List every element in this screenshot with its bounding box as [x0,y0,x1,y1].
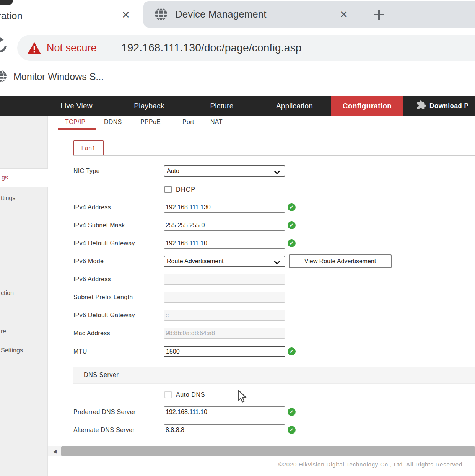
valid-check-icon: ✓ [288,221,296,229]
chevron-down-icon [274,259,280,266]
bookmark-globe-icon [0,69,8,85]
subtab-tcpip[interactable]: TCP/IP [65,119,85,126]
ipv4-gateway-label: IPv4 Default Gateway [73,238,162,249]
auto-dns-label: Auto DNS [176,391,205,398]
scrollbar-thumb[interactable] [61,446,475,456]
ipv6-gateway-label: IPv6 Default Gateway [73,310,162,321]
subnet-prefix-input [164,292,285,303]
nav-spacer [0,96,40,116]
view-route-advertisement-button[interactable]: View Route Advertisement [289,254,392,268]
ipv6-mode-value: Route Advertisement [167,256,224,266]
ipv6-mode-select[interactable]: Route Advertisement [164,256,285,267]
not-secure-label[interactable]: Not secure [47,35,97,61]
sidebar-item[interactable]: re [1,324,6,339]
horizontal-scrollbar[interactable]: ◀ [48,446,475,456]
globe-icon [154,7,168,23]
lan-divider-line [73,155,475,156]
browser-toolbar: Not secure 192.168.111.130/doc/page/conf… [0,28,475,63]
sidebar-item[interactable]: ction [1,286,14,300]
window-corner [0,0,13,5]
nav-tab-configuration[interactable]: Configuration [331,96,403,116]
screen: ration ✕ Device Management ✕ [0,0,475,476]
ipv6-address-label: IPv6 Address [73,274,162,285]
sidebar-item-active[interactable]: gs [0,168,48,187]
subnet-prefix-label: Subnet Prefix Length [73,292,162,303]
ipv4-address-label: IPv4 Address [73,202,162,213]
ipv4-subnet-label: IPv4 Subnet Mask [73,220,162,231]
subtab-port[interactable]: Port [182,119,194,126]
tab-divider [360,7,360,23]
ipv6-mode-label: IPv6 Mode [73,256,162,267]
url-text[interactable]: 192.168.111.130/doc/page/config.asp [121,35,301,61]
download-plugin-label: Download P [429,102,468,110]
nic-type-value: Auto [167,166,179,176]
browser-tab-strip: ration ✕ Device Management ✕ [0,0,475,28]
main-content: TCP/IP DDNS PPPoE Port NAT Lan1 NIC Type… [48,116,475,476]
mac-address-input [164,328,285,339]
subtab-nat[interactable]: NAT [210,119,223,126]
settings-sidebar: gs ttings ction re Settings [0,116,48,476]
app-nav-bar: Live View Playback Picture Application C… [0,96,475,116]
tab-device-management[interactable]: Device Management ✕ [143,1,475,28]
scroll-left-arrow-icon[interactable]: ◀ [53,448,57,454]
address-bar[interactable]: Not secure 192.168.111.130/doc/page/conf… [17,35,475,61]
nic-type-label: NIC Type [73,165,162,177]
ipv4-subnet-input[interactable] [164,220,285,231]
valid-check-icon: ✓ [288,347,296,355]
alternate-dns-label: Alternate DNS Server [73,424,162,436]
tab-title: Device Management [175,1,266,28]
chevron-down-icon [274,169,280,176]
subtab-pppoe[interactable]: PPPoE [140,119,161,126]
valid-check-icon: ✓ [288,203,296,211]
dhcp-checkbox[interactable] [164,186,172,193]
not-secure-warning-icon[interactable] [27,42,41,56]
puzzle-icon [416,100,426,112]
bookmark-item[interactable]: Monitor Windows S... [13,63,104,90]
valid-check-icon: ✓ [288,408,296,416]
alternate-dns-input[interactable] [164,424,285,435]
copyright-footer: ©2020 Hikvision Digital Technology Co., … [278,461,464,468]
subtab-ddns[interactable]: DDNS [104,119,122,126]
mtu-label: MTU [73,346,162,357]
active-subtab-underline [58,128,96,130]
subtab-row: TCP/IP DDNS PPPoE Port NAT [48,116,475,131]
valid-check-icon: ✓ [288,239,296,247]
nav-tab-picture[interactable]: Picture [185,96,258,116]
dns-server-title: DNS Server [84,367,119,383]
lan1-tab[interactable]: Lan1 [73,140,104,156]
preferred-dns-label: Preferred DNS Server [73,406,162,418]
auto-dns-checkbox[interactable] [164,391,172,398]
nav-tab-application[interactable]: Application [258,96,331,116]
tab-close-icon[interactable]: ✕ [340,9,348,21]
mac-address-label: Mac Address [73,328,162,339]
new-tab-button[interactable] [371,7,387,22]
sidebar-item[interactable]: Settings [1,343,23,358]
bookmarks-bar: Monitor Windows S... [0,63,475,90]
mtu-input[interactable] [164,346,285,357]
nav-tab-live-view[interactable]: Live View [40,96,113,116]
sidebar-item-label: gs [2,169,8,186]
nic-type-select[interactable]: Auto [164,165,285,177]
preferred-dns-input[interactable] [164,406,285,417]
valid-check-icon: ✓ [288,426,296,434]
dhcp-label: DHCP [176,186,195,193]
ipv6-address-input [164,274,285,285]
ipv4-gateway-input[interactable] [164,238,285,249]
address-divider [114,40,114,56]
tab-close-icon[interactable]: ✕ [122,9,130,21]
dns-server-section-header: DNS Server [73,367,475,384]
sidebar-item[interactable]: ttings [1,191,15,205]
ipv6-gateway-input [164,310,285,321]
download-plugin-button[interactable]: Download P [403,96,475,116]
nav-tab-playback[interactable]: Playback [113,96,185,116]
tab-active-title[interactable]: ration [0,10,23,22]
reload-icon[interactable] [0,37,8,56]
mouse-cursor [237,390,248,405]
ipv4-address-input[interactable] [164,202,285,213]
